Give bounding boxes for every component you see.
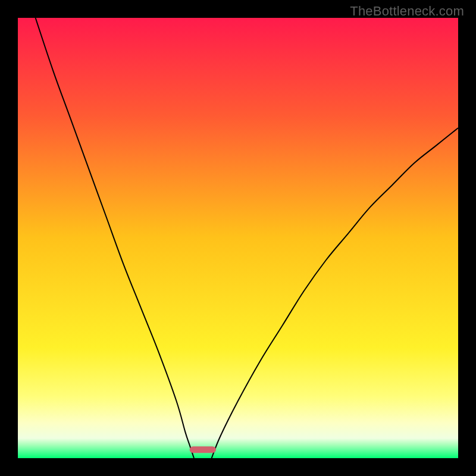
watermark-text: TheBottleneck.com xyxy=(350,4,464,19)
plot-svg xyxy=(18,18,458,458)
chart-frame: TheBottleneck.com xyxy=(0,0,476,476)
gradient-background xyxy=(18,18,458,458)
minimum-marker xyxy=(190,446,216,453)
plot-area xyxy=(18,18,458,458)
